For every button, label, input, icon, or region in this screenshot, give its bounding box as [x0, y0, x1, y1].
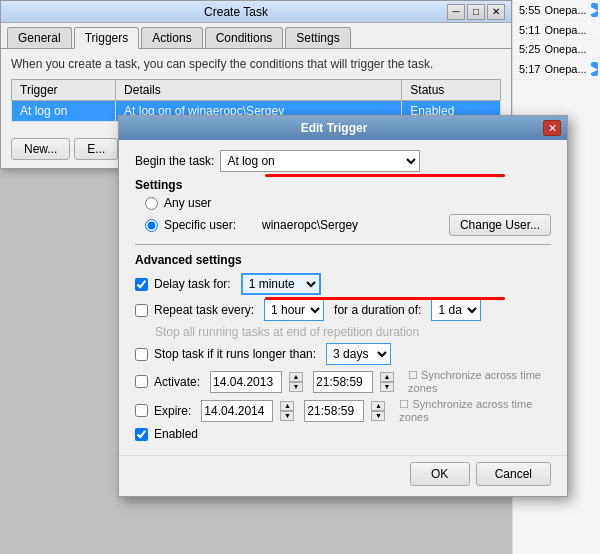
create-task-title: Create Task: [25, 5, 447, 19]
taskbar-app-1: Onepa...: [544, 24, 586, 36]
activate-date-input[interactable]: [210, 371, 282, 393]
taskbar-item-3[interactable]: 5:17 Onepa... ▶: [513, 59, 600, 80]
taskbar-time-1: 5:11: [519, 24, 540, 36]
taskbar-app-3: Onepa...: [544, 63, 586, 75]
cancel-button[interactable]: Cancel: [476, 462, 551, 486]
stop-if-longer-row: Stop task if it runs longer than: 3 days: [135, 343, 551, 365]
edit-button[interactable]: E...: [74, 138, 118, 160]
taskbar-time-3: 5:17: [519, 63, 540, 75]
settings-label: Settings: [135, 178, 551, 192]
expire-time-spinner: ▲ ▼: [371, 401, 385, 421]
tab-triggers[interactable]: Triggers: [74, 27, 140, 49]
expire-time-input[interactable]: [304, 400, 364, 422]
activate-date-down[interactable]: ▼: [289, 382, 303, 392]
col-status: Status: [402, 80, 501, 101]
maximize-button[interactable]: □: [467, 4, 485, 20]
activate-date-spinner: ▲ ▼: [289, 372, 303, 392]
activate-time-up[interactable]: ▲: [380, 372, 394, 382]
red-underline-1: [265, 174, 505, 177]
expire-date-input[interactable]: [201, 400, 273, 422]
activate-checkbox[interactable]: [135, 375, 148, 388]
activate-time-spinner: ▲ ▼: [380, 372, 394, 392]
dialog-titlebar: Edit Trigger ✕: [119, 116, 567, 140]
stop-running-row: Stop all running tasks at end of repetit…: [155, 325, 551, 339]
dialog-title: Edit Trigger: [125, 121, 543, 135]
expire-row: Expire: ▲ ▼ ▲ ▼ ☐ Synchronize across tim…: [135, 398, 551, 423]
delay-task-row: Delay task for: 1 minute: [135, 273, 551, 295]
dialog-footer: OK Cancel: [119, 455, 567, 496]
tab-settings[interactable]: Settings: [285, 27, 350, 48]
duration-select[interactable]: 1 day: [431, 299, 481, 321]
tab-conditions[interactable]: Conditions: [205, 27, 284, 48]
create-task-titlebar: Create Task ─ □ ✕: [1, 1, 511, 23]
enabled-row: Enabled: [135, 427, 551, 441]
any-user-radio[interactable]: [145, 197, 158, 210]
taskbar-app-2: Onepa...: [544, 43, 586, 55]
stop-if-longer-label: Stop task if it runs longer than:: [154, 347, 316, 361]
expire-sync-label: ☐ Synchronize across time zones: [399, 398, 551, 423]
user-value: winaeropc\Sergey: [262, 218, 358, 232]
expire-label: Expire:: [154, 404, 191, 418]
col-trigger: Trigger: [12, 80, 116, 101]
activate-time-input[interactable]: [313, 371, 373, 393]
delay-task-select[interactable]: 1 minute: [241, 273, 321, 295]
ok-button[interactable]: OK: [410, 462, 470, 486]
stop-running-label: Stop all running tasks at end of repetit…: [155, 325, 419, 339]
repeat-task-label: Repeat task every:: [154, 303, 254, 317]
edit-trigger-dialog: Edit Trigger ✕ Begin the task: At log on…: [118, 115, 568, 497]
description-text: When you create a task, you can specify …: [11, 57, 501, 71]
specific-user-radio[interactable]: [145, 219, 158, 232]
tab-actions[interactable]: Actions: [141, 27, 202, 48]
activate-label: Activate:: [154, 375, 200, 389]
stop-if-longer-select[interactable]: 3 days: [326, 343, 391, 365]
col-details: Details: [116, 80, 402, 101]
divider: [135, 244, 551, 245]
expire-checkbox[interactable]: [135, 404, 148, 417]
dialog-content: Begin the task: At log on Settings Any u…: [119, 140, 567, 455]
close-button[interactable]: ✕: [487, 4, 505, 20]
new-button[interactable]: New...: [11, 138, 70, 160]
specific-user-label: Specific user:: [164, 218, 236, 232]
specific-user-row: Specific user: winaeropc\Sergey Change U…: [145, 214, 551, 236]
expire-time-up[interactable]: ▲: [371, 401, 385, 411]
minimize-button[interactable]: ─: [447, 4, 465, 20]
taskbar-item-2[interactable]: 5:25 Onepa...: [513, 40, 600, 59]
dialog-close-button[interactable]: ✕: [543, 120, 561, 136]
expire-date-spinner: ▲ ▼: [280, 401, 294, 421]
change-user-button[interactable]: Change User...: [449, 214, 551, 236]
enabled-label: Enabled: [154, 427, 198, 441]
expire-date-down[interactable]: ▼: [280, 411, 294, 421]
stop-if-longer-checkbox[interactable]: [135, 348, 148, 361]
any-user-label: Any user: [164, 196, 211, 210]
row-trigger: At log on: [12, 101, 116, 122]
taskbar-app-0: Onepa...: [544, 4, 586, 16]
begin-task-select[interactable]: At log on: [220, 150, 420, 172]
tab-general[interactable]: General: [7, 27, 72, 48]
expire-time-down[interactable]: ▼: [371, 411, 385, 421]
begin-task-label: Begin the task:: [135, 154, 214, 168]
any-user-row: Any user: [145, 196, 551, 210]
expire-date-up[interactable]: ▲: [280, 401, 294, 411]
repeat-task-row: Repeat task every: 1 hour for a duration…: [135, 299, 551, 321]
delay-task-label: Delay task for:: [154, 277, 231, 291]
advanced-label: Advanced settings: [135, 253, 551, 267]
activate-time-down[interactable]: ▼: [380, 382, 394, 392]
enabled-checkbox[interactable]: [135, 428, 148, 441]
duration-label: for a duration of:: [334, 303, 421, 317]
red-underline-2: [265, 297, 505, 300]
taskbar-item-0[interactable]: 5:55 Onepa... ▶: [513, 0, 600, 21]
activate-sync-label: ☐ Synchronize across time zones: [408, 369, 551, 394]
radio-group: Any user Specific user: winaeropc\Sergey…: [145, 196, 551, 236]
delay-task-checkbox[interactable]: [135, 278, 148, 291]
repeat-task-checkbox[interactable]: [135, 304, 148, 317]
taskbar-time-0: 5:55: [519, 4, 540, 16]
tabs-bar: General Triggers Actions Conditions Sett…: [1, 23, 511, 49]
taskbar-badge-0: ▶: [591, 3, 598, 17]
taskbar-item-1[interactable]: 5:11 Onepa...: [513, 21, 600, 40]
window-controls: ─ □ ✕: [447, 4, 505, 20]
repeat-task-select[interactable]: 1 hour: [264, 299, 324, 321]
activate-date-up[interactable]: ▲: [289, 372, 303, 382]
taskbar-time-2: 5:25: [519, 43, 540, 55]
begin-task-row: Begin the task: At log on: [135, 150, 551, 172]
activate-row: Activate: ▲ ▼ ▲ ▼ ☐ Synchronize across t…: [135, 369, 551, 394]
